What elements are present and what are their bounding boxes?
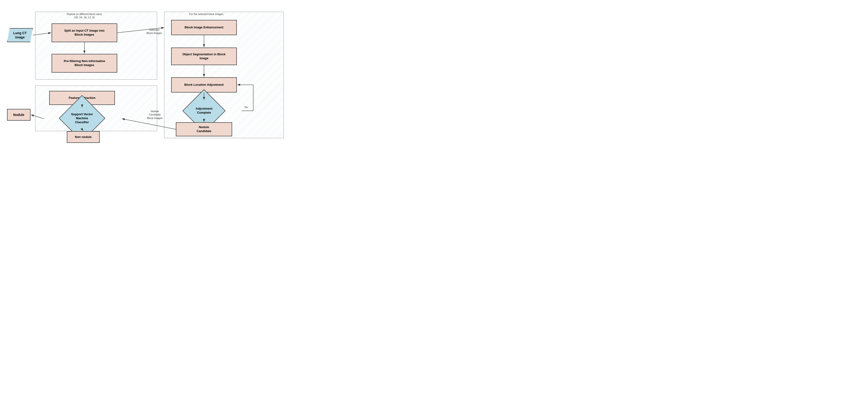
nodule-candidate-node: NoduleCandidate (176, 122, 232, 136)
nodule-candidate-annotation: NoduleCandidateBlock Images (145, 110, 165, 120)
flowchart: Repeat on different block sizes(32, 24, … (5, 5, 286, 141)
selected-annotation: For the selected block images (174, 12, 239, 16)
object-segmentation-node: Object Segmentation in BlockImage (171, 47, 237, 65)
non-nodule-node: Non nodule (67, 131, 100, 143)
selected-block-annotation: SelectedBlock Images (145, 28, 164, 35)
svm-classifier-diamond: Support Vector MachineClassifier (43, 108, 121, 129)
no-label: No (243, 105, 250, 109)
repeat-annotation: Repeat on different block sizes(32, 24, … (52, 12, 117, 19)
block-enhancement-node: Block Image Enhancement (171, 20, 237, 35)
split-block-node: Split an Input CT Image intoBlock Images (52, 24, 117, 42)
lung-ct-node: Lung CTImage (7, 28, 33, 42)
prefilter-node: Pre-filtering Non-informativeBlock Image… (52, 54, 117, 73)
adjustment-complete-diamond: Adjustment Complete (166, 100, 242, 121)
nodule-output-node: Nodule (7, 109, 30, 120)
